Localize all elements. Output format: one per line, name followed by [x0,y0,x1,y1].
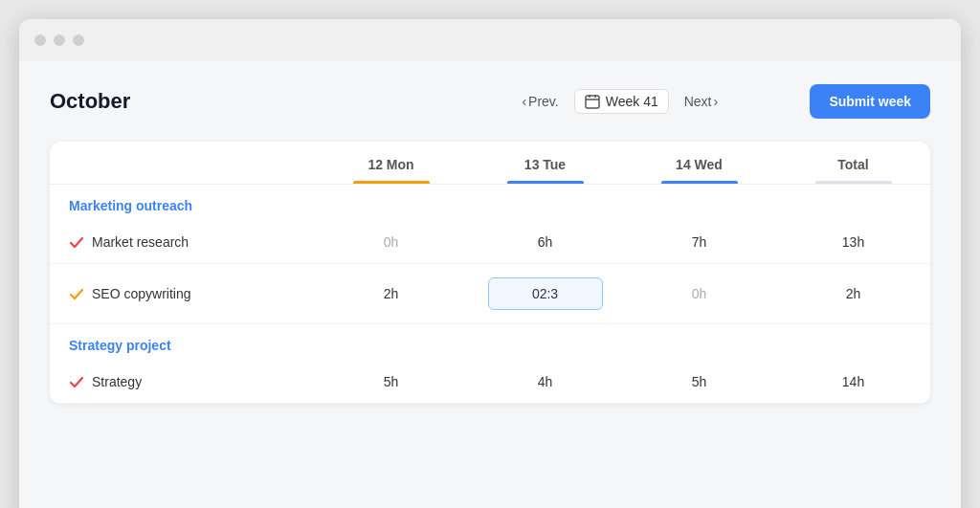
nav-controls: ‹ Prev. Week 41 Next › [430,89,810,114]
table-row: Strategy 5h 4h 5h 14h [50,361,930,404]
next-label: Next [684,94,712,109]
window-dot-3 [73,34,84,46]
titlebar [19,19,961,61]
col-total: Total [776,142,930,185]
col-tue: 13 Tue [468,142,622,185]
mon-underline [353,181,430,184]
calendar-icon [585,94,600,109]
submit-week-button[interactable]: Submit week [810,84,930,119]
check-icon [69,234,84,250]
tue-underline [507,181,584,184]
table-row: SEO copywriting 2h 0h 2h [50,264,930,324]
prev-button[interactable]: ‹ Prev. [514,90,566,113]
next-button[interactable]: Next › [677,90,725,113]
wed-value: 7h [622,221,776,264]
wed-value: 5h [622,361,776,404]
section-header-strategy-project: Strategy project [50,324,930,362]
timesheet-table: 12 Mon 13 Tue 14 Wed Total [50,142,930,404]
mon-value: 5h [314,361,468,404]
chevron-left-icon: ‹ [522,94,526,109]
task-name-cell: SEO copywriting [50,264,314,324]
task-name-cell: Strategy [50,361,314,404]
tue-input-cell[interactable] [468,264,622,324]
total-underline [815,181,892,184]
window-dot-2 [54,34,65,46]
wed-value: 0h [622,264,776,324]
section-label: Marketing outreach [50,185,930,222]
tue-value: 6h [468,221,622,264]
wed-underline [661,181,738,184]
check-icon [69,286,84,301]
task-name-cell: Market research [50,221,314,264]
chevron-right-icon: › [714,94,719,109]
col-mon: 12 Mon [314,142,468,185]
check-icon [69,374,84,389]
tue-value: 4h [468,361,622,404]
table-row: Market research 0h 6h 7h 13h [50,221,930,264]
table-header-row: 12 Mon 13 Tue 14 Wed Total [50,142,930,185]
page-content: October ‹ Prev. Week 41 Next [19,61,961,508]
mon-value: 0h [314,221,468,264]
total-value: 14h [776,361,930,404]
col-wed: 14 Wed [622,142,776,185]
timesheet-card: 12 Mon 13 Tue 14 Wed Total [50,142,930,404]
window-dot-1 [34,34,46,46]
task-name-label: Market research [92,234,189,250]
time-input[interactable] [488,277,603,310]
week-badge: Week 41 [574,89,669,114]
prev-label: Prev. [528,94,559,109]
mon-value: 2h [314,264,468,324]
week-label: Week 41 [606,94,658,109]
total-value: 2h [776,264,930,324]
svg-rect-0 [586,96,599,108]
col-task [50,142,314,185]
app-window: October ‹ Prev. Week 41 Next [19,19,961,508]
section-header-marketing-outreach: Marketing outreach [50,185,930,222]
top-bar: October ‹ Prev. Week 41 Next [50,84,930,119]
total-value: 13h [776,221,930,264]
task-name-label: Strategy [92,374,142,389]
task-name-label: SEO copywriting [92,286,190,301]
section-label: Strategy project [50,324,930,362]
page-title: October [50,89,430,114]
